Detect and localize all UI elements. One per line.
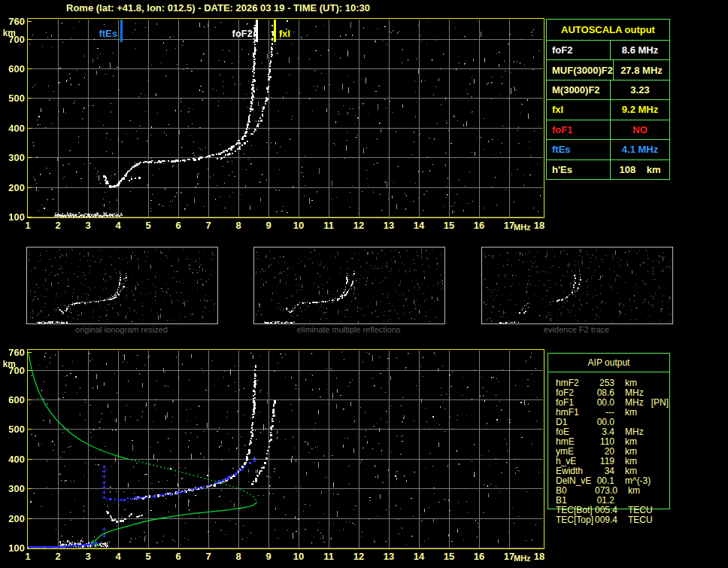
bottom-ionogram-plot <box>27 349 544 549</box>
y-tick-label: 200 <box>0 514 25 524</box>
autoscala-row-fof2: foF28.6 MHz <box>547 41 669 59</box>
aip-table-rows: hmF2253kmfoF208.6MHzfoF100.0MHz[PN]hmF1-… <box>556 378 721 525</box>
x-tick-label: 9 <box>259 551 278 561</box>
aip-row-value: 009.4 <box>595 515 617 525</box>
top-ionogram-canvas <box>28 19 544 217</box>
panel-caption-original: original ionogram resized <box>26 325 217 334</box>
x-tick-label: 12 <box>349 220 369 230</box>
y-tick-label: 300 <box>0 153 25 163</box>
x-tick-label: 2 <box>48 220 68 230</box>
aip-row-unit: TECU <box>628 515 653 525</box>
aip-row-extra: [PN] <box>651 398 669 408</box>
x-tick-label: 16 <box>469 551 489 561</box>
autoscala-row-fof1: foF1NO <box>547 120 669 139</box>
autoscala-row-label: ftEs <box>547 140 611 159</box>
panel-eliminate-reflections <box>253 247 445 324</box>
marker-bar-ftEs <box>120 20 123 42</box>
y-tick-label: 600 <box>0 64 25 74</box>
panel-original-ionogram <box>26 247 218 324</box>
y-tick-label: 760 <box>0 348 25 357</box>
x-tick-label: 1 <box>18 220 38 230</box>
autoscala-output-table: AUTOSCALA output foF28.6 MHzMUF(3000)F22… <box>546 19 670 180</box>
aip-row-hmf1: hmF1---km <box>556 408 721 418</box>
aip-table-title: AIP output <box>548 354 669 372</box>
panel-original-canvas <box>27 248 217 323</box>
y-tick-label: 300 <box>0 484 25 494</box>
aip-row-tectop: TEC[Top]009.4TECU <box>556 515 721 525</box>
y-tick-label: 400 <box>0 123 25 133</box>
marker-label-fxI: fxI <box>279 29 290 38</box>
x-tick-label: 8 <box>229 551 248 561</box>
x-tick-label: 3 <box>78 220 98 230</box>
autoscala-row-label: MUF(3000)F2 <box>547 60 614 79</box>
x-tick-label: 15 <box>439 551 459 561</box>
marker-bar-fxI <box>274 20 276 42</box>
bottom-ionogram-canvas <box>28 350 544 548</box>
y-tick-label: 600 <box>0 395 25 405</box>
autoscala-row-value: 27.8 MHz <box>614 65 669 76</box>
x-tick-label: 15 <box>439 220 459 230</box>
autoscala-table-title: AUTOSCALA output <box>547 20 669 41</box>
panel-caption-eliminate: eliminate multiple reflections <box>253 325 444 334</box>
x-tick-label: 1 <box>18 551 38 561</box>
panel-caption-evidence: evidence F2 trace <box>481 325 672 334</box>
x-tick-label: 6 <box>168 551 188 561</box>
x-tick-label: 14 <box>409 551 429 561</box>
aip-row-yme: ymE20km <box>556 447 721 457</box>
autoscala-row-value: 8.6 MHz <box>611 44 669 56</box>
autoscala-row-ftes: ftEs4.1 MHz <box>547 139 669 159</box>
aip-row-unit: km <box>628 486 640 496</box>
autoscala-row-label: h'Es <box>547 160 611 179</box>
aip-row-label: TEC[Top] <box>556 515 595 525</box>
autoscala-row-value: NO <box>611 124 669 135</box>
y-tick-label: 500 <box>0 93 25 103</box>
aip-row-b0: B0073.0km <box>556 486 721 496</box>
autoscala-row-muf3000f2: MUF(3000)F227.8 MHz <box>547 59 669 79</box>
aip-row-fof1: foF100.0MHz[PN] <box>556 398 721 408</box>
x-tick-label: 13 <box>379 551 399 561</box>
panel-evidence-f2 <box>481 247 673 324</box>
y-axis-unit: km <box>0 360 16 369</box>
autoscala-screen: { "title": "Rome (lat: +41.8, lon: 012.5… <box>0 0 728 568</box>
x-tick-label: 6 <box>168 220 188 230</box>
x-tick-label: 5 <box>138 551 158 561</box>
marker-bar-foF2 <box>256 20 258 42</box>
station-title: Rome (lat: +41.8, lon: 012.5) - DATE: 20… <box>66 2 370 14</box>
autoscala-row-value: 3.23 <box>611 84 669 96</box>
autoscala-row-m3000f2: M(3000)F23.23 <box>547 80 669 99</box>
x-tick-label: 14 <box>409 220 429 230</box>
marker-label-foF2: foF2 <box>208 29 253 38</box>
x-tick-label: 4 <box>108 551 128 561</box>
panel-evidence-canvas <box>482 248 672 323</box>
aip-row-hme: hmE110km <box>556 437 721 447</box>
x-tick-label: 9 <box>259 220 278 230</box>
x-tick-label: 4 <box>108 220 128 230</box>
x-tick-label: 10 <box>289 551 308 561</box>
aip-row-foe: foE3.4MHz <box>556 427 721 437</box>
autoscala-row-label: M(3000)F2 <box>547 80 611 99</box>
autoscala-row-value: 4.1 MHz <box>611 144 669 155</box>
autoscala-row-fxi: fxI9.2 MHz <box>547 99 669 119</box>
x-axis-unit: MHz <box>514 223 531 232</box>
autoscala-row-label: foF2 <box>547 41 611 59</box>
autoscala-row-hes: h'Es108 km <box>547 159 669 179</box>
y-tick-label: 760 <box>0 17 25 26</box>
panel-eliminate-canvas <box>254 248 444 323</box>
marker-label-ftEs: ftEs <box>72 29 117 38</box>
aip-row-unit: km <box>625 408 637 418</box>
x-tick-label: 8 <box>229 220 248 230</box>
x-tick-label: 7 <box>199 220 218 230</box>
x-tick-label: 12 <box>349 551 369 561</box>
autoscala-row-value: 9.2 MHz <box>611 104 669 115</box>
x-tick-label: 18 <box>529 220 549 230</box>
x-tick-label: 7 <box>199 551 218 561</box>
autoscala-row-value: 108 km <box>611 164 669 175</box>
x-tick-label: 11 <box>319 220 338 230</box>
y-tick-label: 200 <box>0 183 25 193</box>
top-ionogram-plot <box>27 18 544 218</box>
y-tick-label: 500 <box>0 424 25 434</box>
x-tick-label: 3 <box>78 551 98 561</box>
autoscala-row-label: fxI <box>547 100 611 119</box>
autoscala-table-rows: foF28.6 MHzMUF(3000)F227.8 MHzM(3000)F23… <box>547 41 669 179</box>
x-tick-label: 2 <box>48 551 68 561</box>
